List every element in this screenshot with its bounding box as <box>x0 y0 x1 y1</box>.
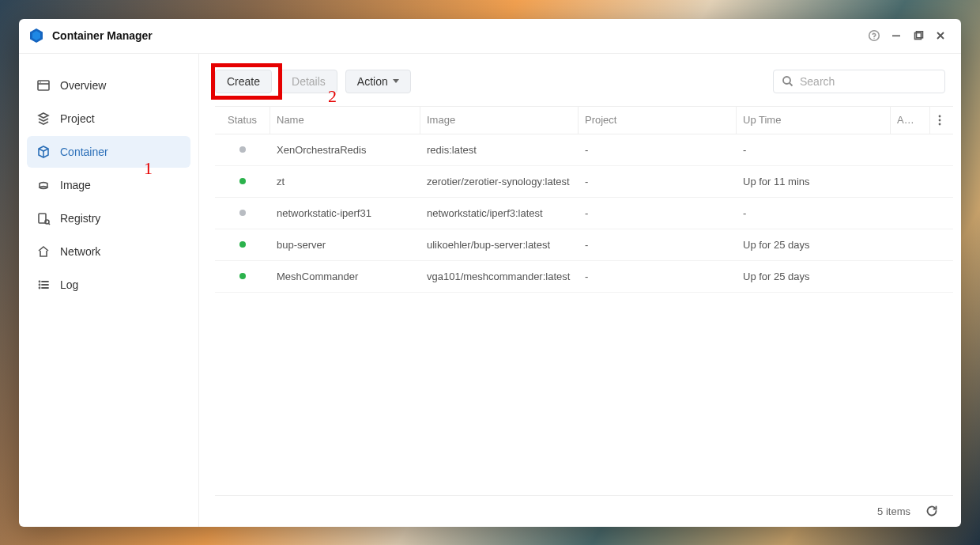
cell-status <box>215 241 270 248</box>
cell-image: vga101/meshcommander:latest <box>420 271 579 282</box>
cell-name: MeshCommander <box>270 271 420 282</box>
svg-point-17 <box>939 123 941 125</box>
registry-icon <box>36 211 51 225</box>
cell-image: redis:latest <box>420 144 579 156</box>
table-row[interactable]: XenOrchestraRedisredis:latest-- <box>215 134 953 166</box>
column-options-icon[interactable] <box>930 107 949 134</box>
column-header-uptime[interactable]: Up Time <box>737 107 891 134</box>
cell-project: - <box>579 176 737 187</box>
cell-uptime: Up for 11 mins <box>737 176 891 187</box>
action-dropdown[interactable]: Action <box>345 70 411 93</box>
svg-point-14 <box>783 77 790 84</box>
app-icon <box>28 28 44 44</box>
svg-point-2 <box>869 31 880 41</box>
column-header-name[interactable]: Name <box>270 107 420 134</box>
cell-project: - <box>579 239 737 251</box>
search-icon <box>782 75 793 87</box>
log-icon <box>36 278 51 292</box>
svg-point-15 <box>939 115 941 117</box>
sidebar-item-label: Log <box>60 278 78 291</box>
cell-uptime: - <box>737 207 891 219</box>
sidebar-item-log[interactable]: Log <box>27 269 190 301</box>
image-icon <box>36 178 51 192</box>
app-window: Container Manager Overview <box>19 19 961 527</box>
svg-rect-4 <box>892 36 900 37</box>
cell-project: - <box>579 271 737 282</box>
cell-image: zerotier/zerotier-synology:latest <box>420 176 579 187</box>
sidebar-item-container[interactable]: Container <box>27 136 190 168</box>
svg-point-16 <box>939 119 941 121</box>
window-title: Container Manager <box>52 29 153 42</box>
table-header: Status Name Image Project Up Time A… <box>215 106 953 134</box>
sidebar-item-network[interactable]: Network <box>27 236 190 267</box>
chevron-down-icon <box>393 79 399 83</box>
network-icon <box>36 244 51 259</box>
status-dot-icon <box>239 273 246 279</box>
column-header-status[interactable]: Status <box>215 107 270 134</box>
cell-name: XenOrchestraRedis <box>270 144 420 156</box>
sidebar-item-image[interactable]: Image <box>27 169 190 201</box>
cell-image: networkstatic/iperf3:latest <box>420 207 579 219</box>
annotation-2: 2 <box>328 86 337 107</box>
sidebar-item-label: Image <box>60 179 91 191</box>
cell-uptime: Up for 25 days <box>737 271 891 282</box>
table-row[interactable]: bup-serverulikoehler/bup-server:latest-U… <box>215 229 953 261</box>
column-header-action[interactable]: A… <box>891 107 930 134</box>
refresh-icon[interactable] <box>923 502 940 520</box>
svg-point-8 <box>40 81 41 83</box>
cell-status <box>215 273 270 279</box>
column-header-image[interactable]: Image <box>420 107 579 134</box>
cell-uptime: Up for 25 days <box>737 239 891 251</box>
search-input[interactable] <box>800 75 938 88</box>
cell-uptime: - <box>737 144 891 156</box>
status-dot-icon <box>239 241 246 248</box>
annotation-1: 1 <box>144 158 153 179</box>
sidebar-item-project[interactable]: Project <box>27 103 190 134</box>
status-dot-icon <box>239 210 246 216</box>
cell-status <box>215 178 270 184</box>
sidebar-item-label: Project <box>60 112 95 125</box>
sidebar-item-label: Registry <box>60 212 100 225</box>
minimize-icon[interactable] <box>885 25 907 47</box>
sidebar-item-overview[interactable]: Overview <box>27 70 190 101</box>
toolbar: Create Details Action <box>199 70 961 106</box>
sidebar-item-label: Overview <box>60 79 106 92</box>
sidebar-item-registry[interactable]: Registry <box>27 202 190 234</box>
search-field[interactable] <box>773 70 945 93</box>
close-icon[interactable] <box>929 25 952 47</box>
container-icon <box>36 145 51 159</box>
svg-point-13 <box>40 287 40 288</box>
maximize-icon[interactable] <box>907 25 929 47</box>
table-row[interactable]: MeshCommandervga101/meshcommander:latest… <box>215 261 953 293</box>
status-dot-icon <box>239 178 246 184</box>
table-row[interactable]: ztzerotier/zerotier-synology:latest-Up f… <box>215 166 953 198</box>
svg-rect-7 <box>38 81 49 90</box>
main-panel: Create Details Action Status Name <box>199 54 961 527</box>
table-footer: 5 items <box>215 495 953 527</box>
titlebar: Container Manager <box>19 19 961 54</box>
sidebar: Overview Project Container Image <box>19 54 199 527</box>
container-table: Status Name Image Project Up Time A… Xen… <box>199 106 961 495</box>
svg-point-10 <box>45 220 49 224</box>
cell-status <box>215 146 270 153</box>
cell-project: - <box>579 207 737 219</box>
table-body: XenOrchestraRedisredis:latest--ztzerotie… <box>215 134 953 495</box>
action-dropdown-label: Action <box>357 75 388 88</box>
overview-icon <box>36 78 51 93</box>
help-icon[interactable] <box>863 25 885 47</box>
project-icon <box>36 112 51 126</box>
svg-point-3 <box>873 38 874 39</box>
cell-status <box>215 210 270 216</box>
table-row[interactable]: networkstatic-iperf31networkstatic/iperf… <box>215 198 953 229</box>
status-dot-icon <box>239 146 246 153</box>
column-header-project[interactable]: Project <box>579 107 737 134</box>
cell-name: networkstatic-iperf31 <box>270 207 420 219</box>
cell-project: - <box>579 144 737 156</box>
cell-name: zt <box>270 176 420 187</box>
sidebar-item-label: Network <box>60 245 100 258</box>
cell-name: bup-server <box>270 239 420 251</box>
svg-point-12 <box>40 284 40 285</box>
create-button[interactable]: Create <box>215 70 272 93</box>
cell-image: ulikoehler/bup-server:latest <box>420 239 579 251</box>
sidebar-item-label: Container <box>60 146 108 158</box>
